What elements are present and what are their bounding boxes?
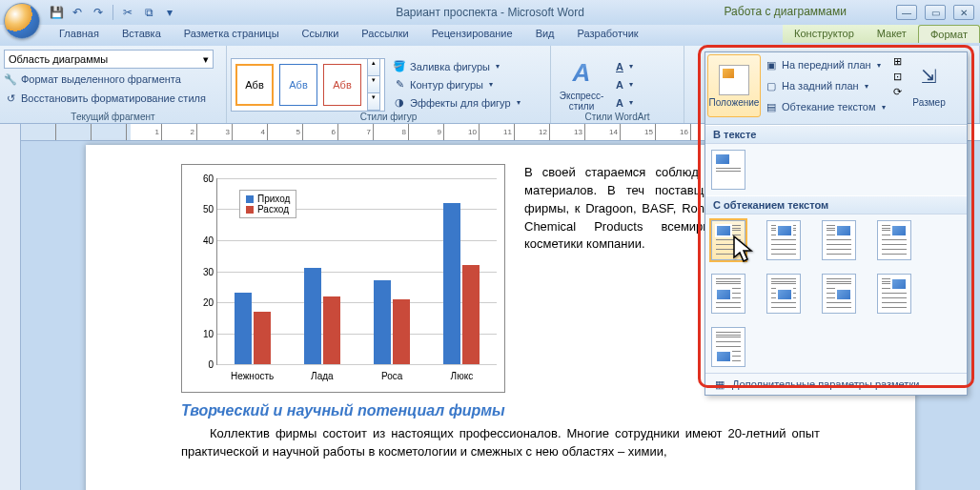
- save-icon[interactable]: 💾: [48, 4, 65, 21]
- tab-view[interactable]: Вид: [524, 25, 566, 46]
- format-icon: 🔧: [4, 72, 17, 86]
- position-top-right[interactable]: [822, 220, 856, 260]
- position-middle-center[interactable]: [766, 274, 801, 314]
- qat-more-icon[interactable]: ▾: [161, 4, 178, 21]
- text-outline-button[interactable]: A▾: [612, 76, 637, 93]
- position-dropdown: Положение ▣На передний план▾ ▢На задний …: [704, 51, 968, 396]
- shape-effects-button[interactable]: ◑Эффекты для фигур▾: [389, 94, 524, 112]
- reset-icon: ↺: [4, 92, 17, 105]
- chart-legend: Приход Расход: [239, 190, 296, 218]
- ribbon-tabs: Главная Вставка Разметка страницы Ссылки…: [0, 25, 980, 46]
- chevron-down-icon: ▾: [203, 53, 209, 66]
- send-back-button[interactable]: ▢На задний план▾: [765, 75, 886, 96]
- tab-design[interactable]: Конструктор: [783, 25, 866, 43]
- tab-format[interactable]: Формат: [918, 25, 980, 43]
- position-top-left[interactable]: [711, 220, 745, 260]
- tab-layout[interactable]: Разметка страницы: [173, 25, 291, 46]
- position-extra[interactable]: [877, 220, 911, 260]
- position-middle-left[interactable]: [711, 274, 745, 314]
- window-title: Вариант проспекта - Microsoft Word: [396, 6, 584, 19]
- contextual-tab-title: Работа с диаграммами: [725, 5, 847, 18]
- format-selection-button[interactable]: 🔧 Формат выделенного фрагмента: [4, 71, 222, 88]
- size-button[interactable]: ⇲ Размер: [909, 54, 950, 117]
- embedded-chart[interactable]: 0102030405060НежностьЛадаРосаЛюкс Приход…: [181, 164, 505, 393]
- style-thumb[interactable]: Абв: [323, 64, 361, 106]
- group-icon[interactable]: ⊡: [891, 70, 905, 83]
- shape-fill-button[interactable]: 🪣Заливка фигуры▾: [389, 58, 524, 75]
- position-top-center[interactable]: [766, 220, 801, 260]
- position-button[interactable]: Положение: [707, 54, 761, 117]
- position-bottom-left[interactable]: [711, 327, 745, 367]
- tab-home[interactable]: Главная: [48, 25, 111, 46]
- wordart-styles-button[interactable]: A Экспресс-стили: [555, 53, 608, 116]
- text-fill-button[interactable]: A▾: [612, 58, 637, 75]
- tab-insert[interactable]: Вставка: [111, 25, 173, 46]
- align-icon[interactable]: ⊞: [891, 54, 905, 68]
- minimize-button[interactable]: —: [896, 5, 917, 20]
- dropdown-section-header: В тексте: [705, 125, 967, 144]
- undo-icon[interactable]: ↶: [69, 4, 86, 21]
- redo-icon[interactable]: ↷: [90, 4, 107, 21]
- quick-access-toolbar: 💾 ↶ ↷ ✂ ⧉ ▾: [48, 4, 178, 21]
- wrap-icon: ▤: [765, 100, 778, 113]
- dialog-icon: ▦: [713, 378, 726, 391]
- copy-icon[interactable]: ⧉: [140, 4, 157, 21]
- position-icon: [719, 65, 749, 95]
- outline-icon: ✎: [393, 78, 406, 92]
- position-extra[interactable]: [877, 274, 911, 314]
- tab-mailings[interactable]: Рассылки: [350, 25, 419, 46]
- text-effects-button[interactable]: A▾: [612, 94, 637, 112]
- group-label: Стили WordArt: [551, 112, 684, 122]
- tab-review[interactable]: Рецензирование: [420, 25, 524, 46]
- fill-icon: 🪣: [393, 60, 406, 73]
- gallery-scroll[interactable]: ▴▾▾: [367, 58, 380, 112]
- tab-developer[interactable]: Разработчик: [566, 25, 650, 46]
- size-icon: ⇲: [914, 65, 945, 95]
- title-bar: 💾 ↶ ↷ ✂ ⧉ ▾ Вариант проспекта - Microsof…: [0, 0, 980, 25]
- position-middle-right[interactable]: [822, 274, 856, 314]
- group-label: Стили фигур: [227, 112, 550, 122]
- combo-value: Область диаграммы: [9, 53, 108, 65]
- close-button[interactable]: ✕: [953, 5, 974, 20]
- dropdown-section-header: С обтеканием текстом: [705, 195, 967, 214]
- reset-style-button[interactable]: ↺ Восстановить форматирование стиля: [4, 90, 222, 107]
- shape-styles-gallery[interactable]: Абв Абв Абв ▴▾▾: [231, 58, 385, 112]
- maximize-button[interactable]: ▭: [925, 5, 946, 20]
- style-thumb[interactable]: Абв: [235, 64, 274, 106]
- chart-element-combo[interactable]: Область диаграммы ▾: [4, 50, 214, 69]
- vertical-ruler[interactable]: [0, 124, 21, 490]
- cut-icon[interactable]: ✂: [119, 4, 136, 21]
- office-button[interactable]: [4, 3, 40, 39]
- text-wrap-button[interactable]: ▤Обтекание текстом▾: [765, 96, 886, 117]
- style-thumb[interactable]: Абв: [279, 64, 317, 106]
- position-inline[interactable]: [711, 150, 745, 190]
- effects-icon: ◑: [393, 96, 406, 110]
- body-text: Коллектив фирмы состоит из настоящих про…: [181, 425, 820, 461]
- send-back-icon: ▢: [765, 79, 778, 92]
- tab-references[interactable]: Ссылки: [291, 25, 351, 46]
- tab-chart-layout[interactable]: Макет: [866, 25, 918, 43]
- wordart-icon: A: [566, 58, 597, 89]
- shape-outline-button[interactable]: ✎Контур фигуры▾: [389, 76, 524, 93]
- heading: Творческий и научный потенциал фирмы: [181, 402, 820, 419]
- group-label: Текущий фрагмент: [0, 112, 226, 122]
- rotate-icon[interactable]: ⟳: [891, 85, 905, 98]
- bring-front-button[interactable]: ▣На передний план▾: [765, 54, 886, 75]
- separator: [112, 5, 113, 20]
- bring-front-icon: ▣: [765, 58, 778, 71]
- more-layout-options[interactable]: ▦ Дополнительные параметры разметки...: [705, 373, 967, 395]
